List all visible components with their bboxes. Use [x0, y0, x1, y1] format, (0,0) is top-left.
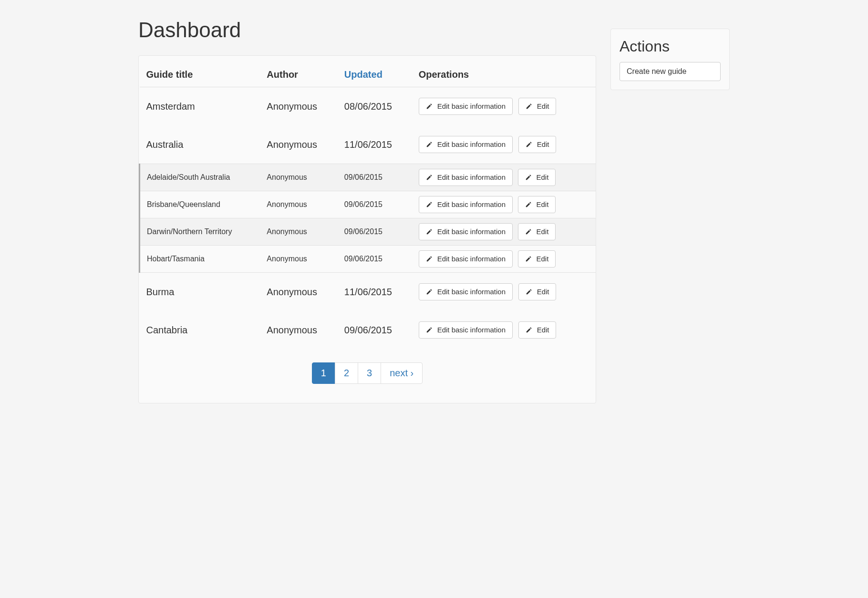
- guide-author: Anonymous: [260, 246, 338, 273]
- edit-basic-info-button[interactable]: Edit basic information: [419, 283, 513, 300]
- guide-updated: 09/06/2015: [338, 191, 412, 218]
- operations-cell: Edit basic information Edit: [412, 218, 596, 246]
- col-header-updated[interactable]: Updated: [338, 64, 412, 87]
- table-row: Hobart/Tasmania Anonymous 09/06/2015 Edi…: [140, 246, 596, 273]
- pencil-icon: [525, 201, 532, 208]
- page-link-2[interactable]: 2: [335, 362, 358, 384]
- guide-author: Anonymous: [260, 218, 338, 246]
- guide-title: Brisbane/Queensland: [140, 191, 260, 218]
- pencil-icon: [526, 103, 532, 110]
- edit-button[interactable]: Edit: [518, 283, 557, 300]
- pencil-icon: [426, 201, 433, 208]
- edit-button[interactable]: Edit: [518, 250, 556, 268]
- button-label: Edit basic information: [437, 102, 506, 111]
- table-row: Brisbane/Queensland Anonymous 09/06/2015…: [140, 191, 596, 218]
- pencil-icon: [526, 141, 532, 148]
- col-header-operations: Operations: [412, 64, 596, 87]
- edit-basic-info-button[interactable]: Edit basic information: [419, 98, 513, 115]
- edit-basic-info-button[interactable]: Edit basic information: [419, 136, 513, 153]
- button-label: Edit basic information: [437, 173, 506, 182]
- table-row: Australia Anonymous 11/06/2015 Edit basi…: [140, 125, 596, 164]
- guide-title: Adelaide/South Australia: [140, 164, 260, 191]
- edit-basic-info-button[interactable]: Edit basic information: [419, 321, 513, 339]
- guide-title: Cantabria: [140, 311, 260, 349]
- edit-basic-info-button[interactable]: Edit basic information: [419, 250, 513, 268]
- table-row: Adelaide/South Australia Anonymous 09/06…: [140, 164, 596, 191]
- operations-cell: Edit basic information Edit: [412, 125, 596, 164]
- operations-cell: Edit basic information Edit: [412, 191, 596, 218]
- table-row: Amsterdam Anonymous 08/06/2015 Edit basi…: [140, 87, 596, 126]
- pagination: 123next ›: [139, 362, 596, 384]
- table-row: Darwin/Northern Territory Anonymous 09/0…: [140, 218, 596, 246]
- edit-basic-info-button[interactable]: Edit basic information: [419, 196, 513, 213]
- page-title: Dashboard: [138, 18, 596, 42]
- edit-button[interactable]: Edit: [518, 98, 557, 115]
- guide-title: Darwin/Northern Territory: [140, 218, 260, 246]
- edit-button[interactable]: Edit: [518, 196, 556, 213]
- button-label: Edit basic information: [437, 288, 506, 296]
- guide-updated: 09/06/2015: [338, 311, 412, 349]
- edit-basic-info-button[interactable]: Edit basic information: [419, 223, 513, 240]
- pencil-icon: [525, 228, 532, 235]
- guide-title: Hobart/Tasmania: [140, 246, 260, 273]
- button-label: Edit: [537, 227, 549, 236]
- guide-author: Anonymous: [260, 273, 338, 311]
- pencil-icon: [526, 327, 532, 333]
- button-label: Edit: [537, 200, 549, 209]
- pencil-icon: [526, 289, 532, 295]
- guide-author: Anonymous: [260, 191, 338, 218]
- guide-updated: 09/06/2015: [338, 246, 412, 273]
- button-label: Edit basic information: [437, 227, 506, 236]
- guide-author: Anonymous: [260, 87, 338, 126]
- table-row: Cantabria Anonymous 09/06/2015 Edit basi…: [140, 311, 596, 349]
- operations-cell: Edit basic information Edit: [412, 273, 596, 311]
- button-label: Edit: [537, 288, 549, 296]
- edit-button[interactable]: Edit: [518, 321, 557, 339]
- guide-author: Anonymous: [260, 125, 338, 164]
- button-label: Edit: [537, 255, 549, 263]
- guide-updated: 09/06/2015: [338, 164, 412, 191]
- guides-panel: Guide title Author Updated Operations Am…: [138, 55, 596, 403]
- col-header-title[interactable]: Guide title: [140, 64, 260, 87]
- pencil-icon: [525, 174, 532, 181]
- guide-title: Amsterdam: [140, 87, 260, 126]
- guide-updated: 11/06/2015: [338, 273, 412, 311]
- page-next-link[interactable]: next ›: [381, 362, 423, 384]
- operations-cell: Edit basic information Edit: [412, 246, 596, 273]
- guide-author: Anonymous: [260, 311, 338, 349]
- guide-author: Anonymous: [260, 164, 338, 191]
- guide-updated: 08/06/2015: [338, 87, 412, 126]
- table-row: Burma Anonymous 11/06/2015 Edit basic in…: [140, 273, 596, 311]
- pencil-icon: [426, 228, 433, 235]
- page-link-3[interactable]: 3: [358, 362, 381, 384]
- pencil-icon: [426, 327, 433, 333]
- operations-cell: Edit basic information Edit: [412, 164, 596, 191]
- edit-basic-info-button[interactable]: Edit basic information: [419, 169, 513, 186]
- pencil-icon: [426, 141, 433, 148]
- create-new-guide-button[interactable]: Create new guide: [620, 62, 721, 81]
- actions-heading: Actions: [620, 38, 721, 55]
- pencil-icon: [525, 256, 532, 262]
- button-label: Edit basic information: [437, 326, 506, 334]
- edit-button[interactable]: Edit: [518, 223, 556, 240]
- operations-cell: Edit basic information Edit: [412, 311, 596, 349]
- actions-panel: Actions Create new guide: [610, 29, 730, 90]
- operations-cell: Edit basic information Edit: [412, 87, 596, 126]
- guides-table: Guide title Author Updated Operations Am…: [139, 64, 596, 349]
- guide-title: Burma: [140, 273, 260, 311]
- button-label: Edit: [537, 326, 549, 334]
- pencil-icon: [426, 174, 433, 181]
- button-label: Edit: [537, 102, 549, 111]
- button-label: Edit basic information: [437, 200, 506, 209]
- edit-button[interactable]: Edit: [518, 136, 557, 153]
- edit-button[interactable]: Edit: [518, 169, 556, 186]
- button-label: Edit basic information: [437, 255, 506, 263]
- pencil-icon: [426, 103, 433, 110]
- guide-updated: 11/06/2015: [338, 125, 412, 164]
- page-link-1[interactable]: 1: [312, 362, 335, 384]
- pencil-icon: [426, 256, 433, 262]
- col-header-author[interactable]: Author: [260, 64, 338, 87]
- guide-updated: 09/06/2015: [338, 218, 412, 246]
- button-label: Edit: [537, 140, 549, 149]
- guide-title: Australia: [140, 125, 260, 164]
